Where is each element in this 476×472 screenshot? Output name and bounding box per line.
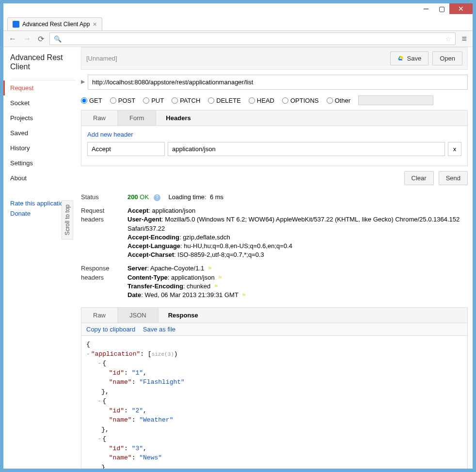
response-panel: Raw JSON Response Copy to clipboard Save… [81, 307, 468, 469]
sidebar: Advanced Rest Client RequestSocketProjec… [3, 47, 75, 469]
response-tab-raw[interactable]: Raw [81, 308, 118, 323]
scroll-to-top-button[interactable]: Scroll to top [62, 200, 73, 239]
request-headers-list: Accept: application/jsonUser-Agent: Mozi… [127, 206, 468, 259]
reload-icon[interactable]: ⟳ [36, 34, 46, 44]
method-other[interactable]: Other [327, 97, 351, 104]
request-name[interactable]: [Unnamed] [86, 55, 117, 62]
search-icon: 🔍 [54, 35, 62, 43]
headers-label: Headers [156, 114, 190, 122]
browser-tabbar: Advanced Rest Client App × [3, 17, 473, 31]
request-headers-label: Request headers [81, 206, 127, 259]
header-value-input[interactable] [168, 142, 445, 156]
response-tab-json[interactable]: JSON [118, 308, 159, 323]
back-icon[interactable]: ← [7, 34, 18, 43]
tab-title: Advanced Rest Client App [22, 21, 90, 28]
forward-icon[interactable]: → [22, 34, 32, 43]
browser-toolbar: ← → ⟳ 🔍 ☆ ≡ [3, 31, 473, 47]
address-bar[interactable]: 🔍 ☆ [49, 32, 456, 45]
menu-icon[interactable]: ≡ [460, 34, 469, 44]
response-body[interactable]: {-"application": [size(3)) -{ "id": "1",… [81, 336, 467, 469]
maximize-button[interactable]: ▢ [434, 3, 449, 14]
status-code: 200 OK [127, 193, 149, 201]
loading-time-label: Loading time: [169, 193, 206, 201]
response-label: Response [159, 312, 198, 319]
window-titlebar: ─ ▢ ✕ [3, 3, 473, 17]
tab-favicon [13, 21, 19, 28]
save-file-link[interactable]: Save as file [143, 326, 175, 333]
header-row: x [87, 142, 461, 156]
minimize-button[interactable]: ─ [418, 3, 434, 14]
copy-link[interactable]: Copy to clipboard [86, 326, 135, 333]
response-headers-list: Server: Apache-Coyote/1.1 ⚑Content-Type:… [127, 264, 468, 299]
http-method-row: GETPOSTPUTPATCHDELETEHEADOPTIONSOther [81, 95, 468, 105]
url-toggle-icon[interactable]: ▶ [81, 75, 88, 90]
save-button[interactable]: Save [390, 51, 429, 65]
tab-close-icon[interactable]: × [93, 20, 96, 28]
clear-button[interactable]: Clear [404, 171, 434, 185]
loading-time-value: 6 ms [210, 193, 223, 201]
url-input[interactable] [88, 75, 468, 90]
close-button[interactable]: ✕ [449, 3, 473, 14]
method-patch[interactable]: PATCH [172, 97, 200, 104]
sidebar-item-about[interactable]: About [10, 171, 75, 186]
help-icon[interactable]: ? [154, 194, 160, 201]
browser-tab[interactable]: Advanced Rest Client App × [7, 17, 102, 31]
header-name-input[interactable] [87, 142, 165, 156]
sidebar-item-socket[interactable]: Socket [10, 95, 75, 110]
sidebar-item-projects[interactable]: Projects [10, 110, 75, 126]
headers-panel: Raw Form Headers Add new header x [81, 110, 468, 166]
response-headers-label: Response headers [81, 264, 127, 299]
sidebar-item-request[interactable]: Request [3, 80, 75, 95]
star-icon[interactable]: ☆ [445, 35, 451, 43]
status-label: Status [81, 193, 127, 202]
tab-raw[interactable]: Raw [81, 110, 118, 126]
method-head[interactable]: HEAD [249, 97, 274, 104]
app-title: Advanced Rest Client [10, 53, 75, 71]
other-method-input[interactable] [358, 95, 433, 105]
sidebar-item-saved[interactable]: Saved [10, 126, 75, 141]
sidebar-item-history[interactable]: History [10, 141, 75, 156]
method-options[interactable]: OPTIONS [282, 97, 319, 104]
send-button[interactable]: Send [439, 171, 468, 185]
sidebar-item-settings[interactable]: Settings [10, 156, 75, 171]
method-delete[interactable]: DELETE [208, 97, 241, 104]
tab-form[interactable]: Form [118, 110, 156, 126]
add-header-link[interactable]: Add new header [87, 131, 461, 138]
drive-icon [397, 55, 404, 62]
method-get[interactable]: GET [81, 97, 102, 104]
remove-header-button[interactable]: x [448, 142, 461, 156]
method-post[interactable]: POST [110, 97, 135, 104]
open-button[interactable]: Open [432, 51, 462, 65]
request-topbar: [Unnamed] Save Open [81, 47, 468, 70]
method-put[interactable]: PUT [143, 97, 164, 104]
